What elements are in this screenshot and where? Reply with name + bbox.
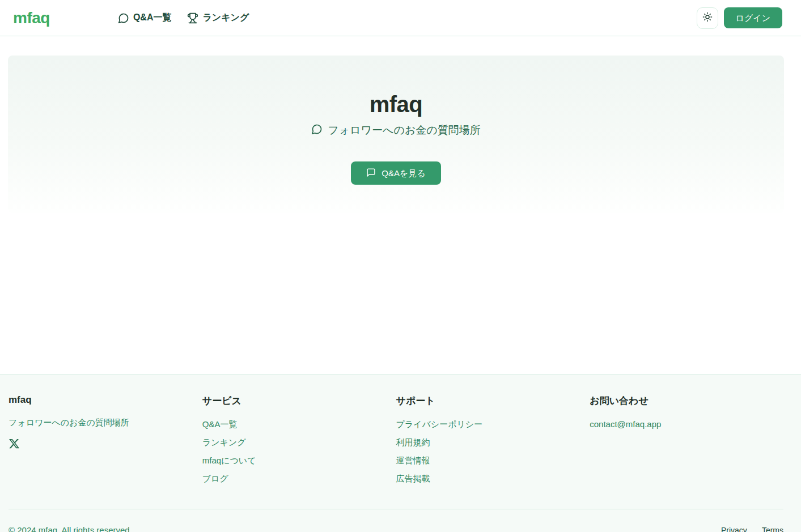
footer-columns: mfaq フォロワーへのお金の質問場所 サービス Q&A一覧 ランキング mfa… — [9, 394, 783, 492]
header-actions: ログイン — [697, 7, 782, 29]
footer-brand-description: フォロワーへのお金の質問場所 — [9, 418, 202, 428]
message-circle-icon — [118, 12, 129, 24]
nav-item-label: ランキング — [202, 12, 249, 24]
footer-column-heading: サポート — [396, 394, 590, 407]
message-square-icon — [366, 168, 376, 178]
legal-links: Privacy Terms — [721, 526, 783, 532]
footer-brand-title: mfaq — [9, 394, 202, 406]
footer-bottom-bar: © 2024 mfaq. All rights reserved. Privac… — [9, 509, 783, 532]
footer-link-qa-list[interactable]: Q&A一覧 — [202, 419, 238, 429]
site-logo[interactable]: mfaq — [13, 10, 50, 26]
main-nav: Q&A一覧 ランキング — [118, 12, 249, 24]
footer-column-heading: お問い合わせ — [590, 394, 783, 407]
footer-support-column: サポート プライバシーポリシー 利用規約 運営情報 広告掲載 — [396, 394, 590, 492]
nav-item-ranking[interactable]: ランキング — [187, 12, 249, 24]
footer-link-terms-of-use[interactable]: 利用規約 — [396, 437, 430, 447]
footer-brand-column: mfaq フォロワーへのお金の質問場所 — [9, 394, 202, 492]
footer-column-heading: サービス — [202, 394, 396, 407]
legal-link-terms[interactable]: Terms — [762, 526, 783, 532]
nav-item-qa-list[interactable]: Q&A一覧 — [118, 12, 172, 24]
footer-link-privacy-policy[interactable]: プライバシーポリシー — [396, 419, 483, 429]
footer-link-blog[interactable]: ブログ — [202, 474, 228, 483]
sun-icon — [702, 12, 713, 24]
footer-link-company-info[interactable]: 運営情報 — [396, 456, 430, 465]
footer-link-ranking[interactable]: ランキング — [202, 437, 246, 447]
message-circle-icon — [311, 124, 323, 138]
view-qa-button-label: Q&Aを見る — [382, 169, 425, 177]
nav-item-label: Q&A一覧 — [133, 12, 172, 24]
footer-link-contact-email[interactable]: contact@mfaq.app — [590, 419, 661, 429]
hero-section: mfaq フォロワーへのお金の質問場所 Q&Aを見る — [8, 56, 784, 213]
hero-title: mfaq — [370, 92, 423, 117]
hero-tagline: フォロワーへのお金の質問場所 — [311, 123, 481, 138]
footer-contact-column: お問い合わせ contact@mfaq.app — [590, 394, 783, 492]
theme-toggle-button[interactable] — [697, 7, 718, 29]
footer-services-column: サービス Q&A一覧 ランキング mfaqについて ブログ — [202, 394, 396, 492]
login-button[interactable]: ログイン — [724, 7, 782, 28]
site-footer: mfaq フォロワーへのお金の質問場所 サービス Q&A一覧 ランキング mfa… — [0, 374, 801, 532]
x-twitter-icon[interactable] — [9, 438, 20, 452]
hero-tagline-text: フォロワーへのお金の質問場所 — [328, 123, 481, 138]
footer-link-about[interactable]: mfaqについて — [202, 456, 256, 465]
copyright-text: © 2024 mfaq. All rights reserved. — [9, 525, 132, 532]
content-spacer — [0, 213, 801, 374]
site-header: mfaq Q&A一覧 ランキング ログイン — [0, 0, 801, 36]
footer-link-advertising[interactable]: 広告掲載 — [396, 474, 430, 483]
legal-link-privacy[interactable]: Privacy — [721, 526, 747, 532]
trophy-icon — [187, 12, 198, 24]
view-qa-button[interactable]: Q&Aを見る — [351, 161, 440, 185]
